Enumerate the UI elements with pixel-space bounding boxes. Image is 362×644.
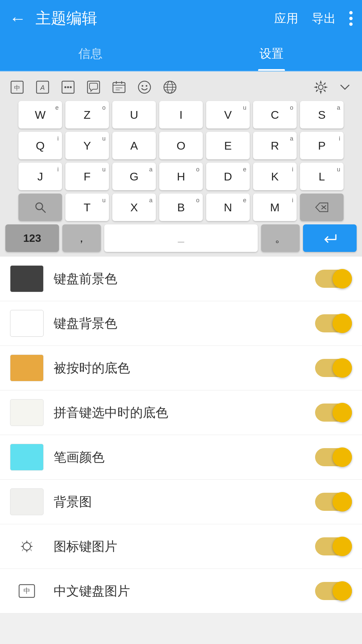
keyboard-toolbar-icons: 中 A: [8, 78, 179, 96]
key-R[interactable]: Ra: [253, 132, 297, 159]
key-C[interactable]: Co: [253, 101, 297, 128]
svg-point-7: [70, 86, 72, 88]
key-enter[interactable]: [303, 224, 357, 252]
setting-pressed-color[interactable]: 被按时的底色: [0, 346, 362, 390]
pressed-color-swatch[interactable]: [10, 355, 44, 381]
tab-info[interactable]: 信息: [0, 37, 181, 71]
export-button[interactable]: 导出: [312, 10, 336, 27]
background-image-swatch[interactable]: [10, 488, 44, 515]
stroke-color-swatch[interactable]: [10, 444, 44, 471]
svg-point-28: [23, 543, 31, 550]
apply-button[interactable]: 应用: [274, 10, 298, 27]
key-U[interactable]: U: [112, 101, 156, 128]
chinese-keyboard-image-toggle[interactable]: [315, 581, 352, 601]
key-space[interactable]: ＿: [104, 224, 258, 252]
setting-background-color[interactable]: 键盘背景色: [0, 301, 362, 346]
calendar-icon[interactable]: [110, 78, 128, 96]
keyboard-row-2: Qi Yu A O E Ra Pi: [5, 132, 357, 159]
key-L[interactable]: Lu: [300, 163, 344, 190]
settings-list: 键盘前景色 键盘背景色 被按时的底色 拼音键选中时的底色: [0, 257, 362, 613]
settings-icon[interactable]: [312, 78, 330, 96]
chinese-keyboard-icon: 中: [10, 578, 44, 604]
key-B[interactable]: Bo: [159, 194, 203, 221]
key-period[interactable]: 。: [261, 224, 300, 252]
chat-icon[interactable]: [84, 78, 103, 96]
background-image-label: 背景图: [54, 493, 315, 511]
key-num[interactable]: 123: [5, 224, 59, 252]
text-icon[interactable]: A: [34, 78, 52, 96]
setting-pinyin-color[interactable]: 拼音键选中时的底色: [0, 390, 362, 435]
keyboard-toolbar: 中 A: [5, 78, 357, 96]
svg-point-17: [146, 85, 147, 87]
key-M[interactable]: Mi: [253, 194, 297, 221]
key-J[interactable]: Ji: [18, 163, 62, 190]
svg-text:中: 中: [23, 587, 30, 594]
stroke-color-label: 笔画颜色: [54, 449, 315, 466]
globe-icon[interactable]: [161, 78, 179, 96]
keyboard-row-4: Tu Xa Bo Ne Mi: [5, 194, 357, 221]
keyboard-toolbar-right: [312, 78, 354, 96]
key-F[interactable]: Fu: [65, 163, 109, 190]
background-color-toggle[interactable]: [315, 313, 352, 333]
svg-text:A: A: [40, 84, 45, 91]
keyboard-row-3: Ji Fu Ga Ho De Ki Lu: [5, 163, 357, 190]
pressed-color-label: 被按时的底色: [54, 360, 315, 377]
svg-rect-9: [113, 83, 125, 93]
pinyin-color-swatch[interactable]: [10, 399, 44, 426]
key-Z[interactable]: Zo: [65, 101, 109, 128]
keyboard-row-bottom: 123 ， ＿ 。: [5, 224, 357, 252]
key-D[interactable]: De: [206, 163, 250, 190]
keyboard-rows: We Zo U I Vu Co Sa Qi Yu A O E Ra Pi Ji …: [5, 101, 357, 252]
key-N[interactable]: Ne: [206, 194, 250, 221]
key-S[interactable]: Sa: [300, 101, 344, 128]
stroke-color-toggle[interactable]: [315, 447, 352, 467]
key-T[interactable]: Tu: [65, 194, 109, 221]
background-color-swatch[interactable]: [10, 310, 44, 337]
setting-stroke-color[interactable]: 笔画颜色: [0, 435, 362, 480]
setting-icon-key-image[interactable]: 图标键图片: [0, 524, 362, 569]
key-X[interactable]: Xa: [112, 194, 156, 221]
key-K[interactable]: Ki: [253, 163, 297, 190]
key-A[interactable]: A: [112, 132, 156, 159]
key-E[interactable]: E: [206, 132, 250, 159]
pinyin-color-label: 拼音键选中时的底色: [54, 404, 315, 421]
ellipsis-icon[interactable]: [59, 78, 77, 96]
icon-key-image-label: 图标键图片: [54, 538, 315, 555]
key-O[interactable]: O: [159, 132, 203, 159]
svg-point-16: [142, 85, 143, 87]
foreground-color-swatch[interactable]: [10, 265, 44, 292]
svg-point-23: [318, 85, 323, 90]
key-backspace[interactable]: [300, 194, 344, 221]
svg-point-15: [138, 81, 150, 93]
key-V[interactable]: Vu: [206, 101, 250, 128]
foreground-color-toggle[interactable]: [315, 269, 352, 289]
key-I[interactable]: I: [159, 101, 203, 128]
pressed-color-toggle[interactable]: [315, 358, 352, 378]
key-Y[interactable]: Yu: [65, 132, 109, 159]
chinese-input-icon[interactable]: 中: [8, 78, 26, 96]
svg-point-6: [67, 86, 69, 88]
page-title: 主题编辑: [36, 8, 97, 29]
key-search[interactable]: [18, 194, 62, 221]
key-comma[interactable]: ，: [62, 224, 101, 252]
key-W[interactable]: We: [18, 101, 62, 128]
setting-chinese-keyboard-image[interactable]: 中 中文键盘图片: [0, 569, 362, 613]
key-H[interactable]: Ho: [159, 163, 203, 190]
setting-foreground-color[interactable]: 键盘前景色: [0, 257, 362, 301]
key-Q[interactable]: Qi: [18, 132, 62, 159]
svg-point-5: [64, 86, 66, 88]
icon-key-image-toggle[interactable]: [315, 536, 352, 556]
chevron-down-icon[interactable]: [336, 78, 354, 96]
chinese-keyboard-image-label: 中文键盘图片: [54, 583, 315, 600]
tab-settings[interactable]: 设置: [181, 37, 362, 71]
pinyin-color-toggle[interactable]: [315, 402, 352, 423]
background-image-toggle[interactable]: [315, 492, 352, 512]
emoji-icon[interactable]: [135, 78, 154, 96]
top-bar-actions: 应用 导出: [274, 10, 353, 27]
setting-background-image[interactable]: 背景图: [0, 480, 362, 524]
keyboard-preview: 中 A: [0, 71, 362, 257]
back-button[interactable]: ←: [9, 10, 26, 27]
key-P[interactable]: Pi: [300, 132, 344, 159]
key-G[interactable]: Ga: [112, 163, 156, 190]
more-menu-button[interactable]: [349, 11, 353, 26]
